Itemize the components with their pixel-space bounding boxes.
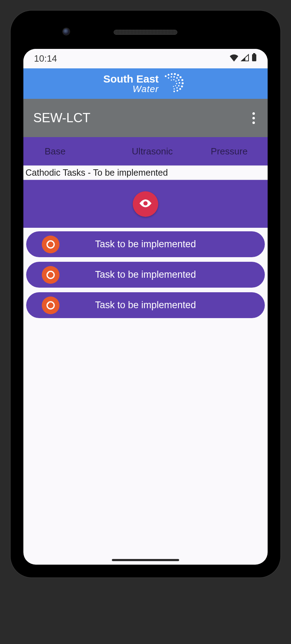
- battery-icon: [251, 53, 257, 64]
- tab-base[interactable]: Base: [23, 139, 114, 164]
- task-label: Task to be implemented: [26, 300, 265, 311]
- status-icons: [229, 53, 257, 64]
- svg-point-28: [173, 86, 174, 87]
- svg-point-16: [173, 76, 175, 78]
- svg-point-9: [182, 82, 184, 84]
- svg-rect-1: [252, 54, 256, 61]
- task-label: Task to be implemented: [26, 239, 265, 250]
- tab-pressure[interactable]: Pressure: [191, 139, 268, 164]
- task-item[interactable]: Task to be implemented: [26, 262, 265, 288]
- brand-bar: South East Water: [23, 68, 268, 99]
- refresh-icon: [42, 236, 59, 253]
- refresh-icon: [42, 296, 59, 314]
- task-label: Task to be implemented: [26, 269, 265, 280]
- task-list: Task to be implemented Task to be implem…: [23, 228, 268, 318]
- eye-icon: [139, 199, 152, 209]
- svg-point-8: [182, 79, 184, 81]
- brand-swirl-icon: [162, 73, 188, 95]
- svg-point-23: [171, 79, 172, 80]
- phone-inner: 10:14 South East: [17, 17, 274, 571]
- svg-point-6: [177, 74, 179, 76]
- svg-point-2: [165, 75, 167, 77]
- svg-point-13: [173, 91, 175, 92]
- more-vert-icon[interactable]: [250, 109, 258, 127]
- svg-point-27: [175, 85, 176, 86]
- brand-logo: South East Water: [103, 73, 188, 95]
- status-time: 10:14: [34, 53, 57, 64]
- svg-point-29: [143, 201, 148, 205]
- app-bar: SEW-LCT: [23, 99, 268, 137]
- svg-point-26: [176, 83, 178, 84]
- svg-rect-0: [253, 53, 255, 54]
- svg-point-20: [178, 85, 179, 86]
- task-item[interactable]: Task to be implemented: [26, 231, 265, 257]
- svg-point-17: [176, 77, 178, 79]
- wifi-icon: [229, 53, 239, 64]
- refresh-icon: [42, 266, 59, 284]
- svg-point-14: [168, 77, 169, 79]
- svg-point-7: [180, 76, 182, 78]
- brand-line2: Water: [103, 84, 159, 94]
- svg-point-12: [177, 90, 178, 92]
- svg-point-10: [181, 85, 183, 87]
- svg-point-11: [179, 88, 181, 90]
- view-button[interactable]: [133, 191, 158, 217]
- svg-point-22: [174, 88, 175, 90]
- svg-point-5: [174, 73, 176, 75]
- status-bar: 10:14: [23, 49, 268, 68]
- screen: 10:14 South East: [23, 49, 268, 565]
- app-bar-title: SEW-LCT: [33, 111, 90, 125]
- svg-point-25: [176, 80, 177, 82]
- speaker-grill: [114, 30, 177, 35]
- phone-frame: 10:14 South East: [11, 11, 280, 577]
- svg-point-3: [168, 74, 170, 76]
- svg-point-18: [178, 79, 179, 81]
- brand-text: South East Water: [103, 74, 159, 94]
- svg-point-19: [179, 82, 180, 84]
- svg-point-15: [171, 76, 172, 78]
- nav-handle[interactable]: [112, 559, 179, 561]
- svg-point-21: [176, 87, 178, 89]
- camera-dot: [63, 28, 69, 35]
- section-title: Cathodic Tasks - To be implemented: [23, 165, 268, 180]
- tab-bar: Base Ultrasonic Pressure: [23, 137, 268, 165]
- svg-point-4: [171, 73, 173, 75]
- svg-point-24: [173, 79, 175, 80]
- eye-panel: [23, 180, 268, 228]
- phone-bezel-top: [17, 17, 274, 49]
- task-item[interactable]: Task to be implemented: [26, 292, 265, 318]
- brand-line1: South East: [103, 74, 159, 84]
- signal-icon: [241, 53, 249, 64]
- tab-ultrasonic[interactable]: Ultrasonic: [114, 139, 191, 164]
